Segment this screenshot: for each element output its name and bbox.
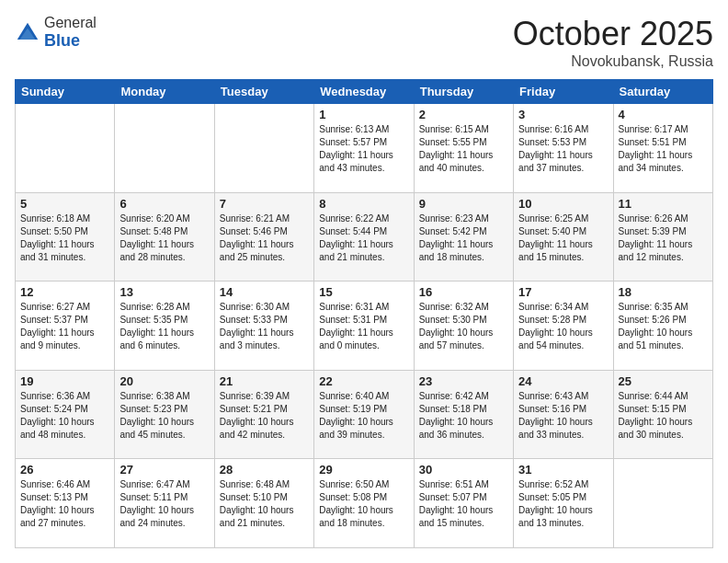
calendar-day-cell: 16Sunrise: 6:32 AM Sunset: 5:30 PM Dayli… [414,282,513,371]
logo-general-text: General [44,15,97,30]
weekday-header: Monday [115,80,214,104]
calendar-day-cell: 7Sunrise: 6:21 AM Sunset: 5:46 PM Daylig… [214,192,313,282]
calendar-week-row: 5Sunrise: 6:18 AM Sunset: 5:50 PM Daylig… [16,192,713,282]
page: General Blue October 2025 Novokubansk, R… [0,0,728,563]
day-number: 9 [419,197,508,211]
day-number: 16 [419,285,508,299]
calendar-day-cell: 8Sunrise: 6:22 AM Sunset: 5:44 PM Daylig… [314,192,414,282]
day-info: Sunrise: 6:16 AM Sunset: 5:53 PM Dayligh… [518,123,608,175]
day-info: Sunrise: 6:31 AM Sunset: 5:31 PM Dayligh… [319,301,408,352]
weekday-header: Thursday [414,80,513,104]
calendar-day-cell: 18Sunrise: 6:35 AM Sunset: 5:26 PM Dayli… [613,282,712,371]
calendar-day-cell: 4Sunrise: 6:17 AM Sunset: 5:51 PM Daylig… [613,104,712,193]
calendar-day-cell: 20Sunrise: 6:38 AM Sunset: 5:23 PM Dayli… [115,370,214,459]
day-number: 12 [20,285,109,299]
day-number: 15 [319,285,408,299]
calendar-day-cell: 27Sunrise: 6:47 AM Sunset: 5:11 PM Dayli… [115,459,214,548]
calendar-week-row: 12Sunrise: 6:27 AM Sunset: 5:37 PM Dayli… [16,282,713,371]
calendar-day-cell: 29Sunrise: 6:50 AM Sunset: 5:08 PM Dayli… [314,459,414,548]
calendar-day-cell: 26Sunrise: 6:46 AM Sunset: 5:13 PM Dayli… [16,459,115,548]
weekday-header: Wednesday [314,80,414,104]
day-number: 2 [419,108,508,121]
weekday-header: Friday [514,80,613,104]
day-number: 13 [119,285,209,299]
day-info: Sunrise: 6:15 AM Sunset: 5:55 PM Dayligh… [419,123,508,175]
day-number: 10 [518,197,608,211]
calendar-day-cell: 28Sunrise: 6:48 AM Sunset: 5:10 PM Dayli… [214,459,313,548]
day-number: 17 [518,285,608,299]
calendar-day-cell: 10Sunrise: 6:25 AM Sunset: 5:40 PM Dayli… [514,192,613,282]
day-info: Sunrise: 6:48 AM Sunset: 5:10 PM Dayligh… [220,478,309,530]
logo-blue-text: Blue [44,31,80,50]
day-number: 7 [220,197,309,211]
day-info: Sunrise: 6:20 AM Sunset: 5:48 PM Dayligh… [119,213,209,264]
calendar-day-cell: 30Sunrise: 6:51 AM Sunset: 5:07 PM Dayli… [414,459,513,548]
day-number: 18 [619,285,708,299]
calendar-day-cell: 14Sunrise: 6:30 AM Sunset: 5:33 PM Dayli… [214,282,313,371]
calendar-day-cell: 19Sunrise: 6:36 AM Sunset: 5:24 PM Dayli… [16,370,115,459]
location: Novokubansk, Russia [513,53,713,70]
logo: General Blue [15,15,97,51]
day-number: 31 [518,463,608,477]
day-info: Sunrise: 6:50 AM Sunset: 5:08 PM Dayligh… [319,478,408,530]
calendar-day-cell: 12Sunrise: 6:27 AM Sunset: 5:37 PM Dayli… [16,282,115,371]
day-info: Sunrise: 6:25 AM Sunset: 5:40 PM Dayligh… [518,213,608,264]
day-info: Sunrise: 6:36 AM Sunset: 5:24 PM Dayligh… [20,390,109,442]
day-info: Sunrise: 6:47 AM Sunset: 5:11 PM Dayligh… [119,478,209,530]
day-info: Sunrise: 6:18 AM Sunset: 5:50 PM Dayligh… [20,213,109,264]
day-number: 20 [119,374,209,388]
day-number: 30 [419,463,508,477]
calendar-day-cell: 31Sunrise: 6:52 AM Sunset: 5:05 PM Dayli… [514,459,613,548]
calendar-day-cell: 13Sunrise: 6:28 AM Sunset: 5:35 PM Dayli… [115,282,214,371]
day-number: 6 [119,197,209,211]
day-info: Sunrise: 6:46 AM Sunset: 5:13 PM Dayligh… [20,478,109,530]
day-info: Sunrise: 6:32 AM Sunset: 5:30 PM Dayligh… [419,301,508,352]
day-info: Sunrise: 6:23 AM Sunset: 5:42 PM Dayligh… [419,213,508,264]
calendar-day-cell: 24Sunrise: 6:43 AM Sunset: 5:16 PM Dayli… [514,370,613,459]
day-info: Sunrise: 6:28 AM Sunset: 5:35 PM Dayligh… [119,301,209,352]
day-number: 8 [319,197,408,211]
day-info: Sunrise: 6:51 AM Sunset: 5:07 PM Dayligh… [419,478,508,530]
day-number: 14 [220,285,309,299]
calendar-day-cell [214,104,313,193]
day-info: Sunrise: 6:27 AM Sunset: 5:37 PM Dayligh… [20,301,109,352]
day-info: Sunrise: 6:52 AM Sunset: 5:05 PM Dayligh… [518,478,608,530]
calendar-day-cell: 25Sunrise: 6:44 AM Sunset: 5:15 PM Dayli… [613,370,712,459]
day-info: Sunrise: 6:44 AM Sunset: 5:15 PM Dayligh… [619,390,708,442]
day-info: Sunrise: 6:22 AM Sunset: 5:44 PM Dayligh… [319,213,408,264]
day-info: Sunrise: 6:13 AM Sunset: 5:57 PM Dayligh… [319,123,408,175]
day-number: 25 [619,374,708,388]
day-number: 21 [220,374,309,388]
logo-icon [15,20,40,46]
day-info: Sunrise: 6:43 AM Sunset: 5:16 PM Dayligh… [518,390,608,442]
calendar-week-row: 19Sunrise: 6:36 AM Sunset: 5:24 PM Dayli… [16,370,713,459]
calendar-week-row: 1Sunrise: 6:13 AM Sunset: 5:57 PM Daylig… [16,104,713,193]
weekday-header: Sunday [16,80,115,104]
day-info: Sunrise: 6:35 AM Sunset: 5:26 PM Dayligh… [619,301,708,352]
calendar-day-cell: 17Sunrise: 6:34 AM Sunset: 5:28 PM Dayli… [514,282,613,371]
calendar-header-row: SundayMondayTuesdayWednesdayThursdayFrid… [16,80,713,104]
day-number: 28 [220,463,309,477]
day-info: Sunrise: 6:42 AM Sunset: 5:18 PM Dayligh… [419,390,508,442]
day-number: 4 [619,108,708,121]
calendar-day-cell: 5Sunrise: 6:18 AM Sunset: 5:50 PM Daylig… [16,192,115,282]
day-number: 29 [319,463,408,477]
day-number: 3 [518,108,608,121]
calendar-table: SundayMondayTuesdayWednesdayThursdayFrid… [15,79,713,548]
day-info: Sunrise: 6:34 AM Sunset: 5:28 PM Dayligh… [518,301,608,352]
calendar-day-cell: 2Sunrise: 6:15 AM Sunset: 5:55 PM Daylig… [414,104,513,193]
day-number: 22 [319,374,408,388]
calendar-day-cell: 6Sunrise: 6:20 AM Sunset: 5:48 PM Daylig… [115,192,214,282]
calendar-week-row: 26Sunrise: 6:46 AM Sunset: 5:13 PM Dayli… [16,459,713,548]
day-number: 5 [20,197,109,211]
calendar-day-cell [613,459,712,548]
day-info: Sunrise: 6:38 AM Sunset: 5:23 PM Dayligh… [119,390,209,442]
month-title: October 2025 [513,15,713,53]
calendar-day-cell: 22Sunrise: 6:40 AM Sunset: 5:19 PM Dayli… [314,370,414,459]
calendar-day-cell: 23Sunrise: 6:42 AM Sunset: 5:18 PM Dayli… [414,370,513,459]
day-number: 26 [20,463,109,477]
day-number: 24 [518,374,608,388]
weekday-header: Tuesday [214,80,313,104]
day-info: Sunrise: 6:40 AM Sunset: 5:19 PM Dayligh… [319,390,408,442]
title-section: October 2025 Novokubansk, Russia [513,15,713,70]
